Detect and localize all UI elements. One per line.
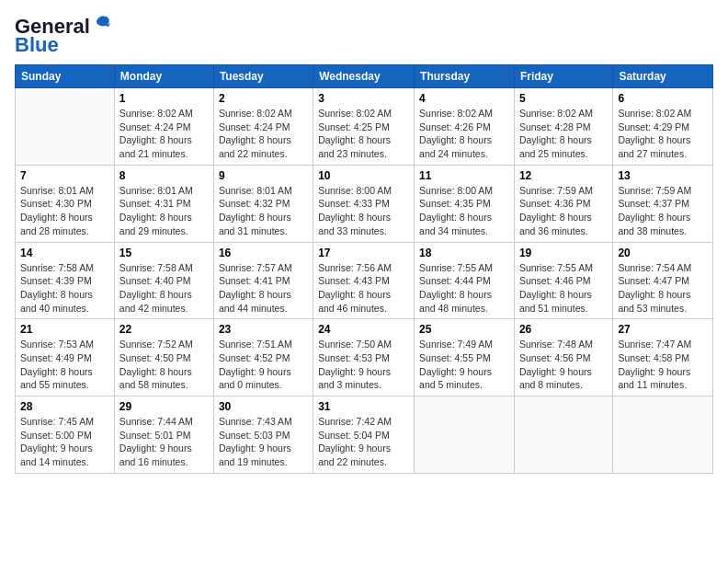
day-number: 25	[419, 323, 509, 336]
day-info: Sunrise: 7:55 AM Sunset: 4:44 PM Dayligh…	[419, 261, 509, 316]
header-sunday: Sunday	[16, 65, 115, 88]
day-info: Sunrise: 7:42 AM Sunset: 5:04 PM Dayligh…	[318, 415, 409, 469]
day-number: 20	[618, 247, 708, 259]
day-info: Sunrise: 7:51 AM Sunset: 4:52 PM Dayligh…	[219, 338, 308, 392]
calendar-cell: 20Sunrise: 7:54 AM Sunset: 4:47 PM Dayli…	[613, 242, 713, 319]
calendar-table: SundayMondayTuesdayWednesdayThursdayFrid…	[15, 64, 713, 474]
day-number: 7	[20, 169, 109, 182]
calendar-cell	[16, 88, 115, 166]
calendar-header-row: SundayMondayTuesdayWednesdayThursdayFrid…	[16, 65, 713, 88]
calendar-cell: 28Sunrise: 7:45 AM Sunset: 5:00 PM Dayli…	[16, 396, 115, 474]
day-number: 13	[618, 169, 708, 182]
day-number: 2	[219, 92, 308, 105]
day-number: 22	[119, 323, 209, 336]
day-info: Sunrise: 8:01 AM Sunset: 4:31 PM Dayligh…	[119, 184, 209, 238]
day-number: 17	[318, 247, 409, 259]
header: General Blue	[15, 15, 713, 57]
day-number: 31	[318, 400, 409, 413]
day-info: Sunrise: 8:02 AM Sunset: 4:28 PM Dayligh…	[519, 107, 608, 161]
calendar-cell: 13Sunrise: 7:59 AM Sunset: 4:37 PM Dayli…	[613, 165, 713, 242]
day-number: 15	[119, 247, 209, 259]
calendar-cell: 16Sunrise: 7:57 AM Sunset: 4:41 PM Dayli…	[213, 242, 313, 319]
calendar-cell: 27Sunrise: 7:47 AM Sunset: 4:58 PM Dayli…	[613, 319, 713, 396]
calendar-cell: 17Sunrise: 7:56 AM Sunset: 4:43 PM Dayli…	[313, 242, 415, 319]
day-number: 27	[618, 323, 708, 336]
day-info: Sunrise: 7:47 AM Sunset: 4:58 PM Dayligh…	[618, 338, 708, 392]
day-info: Sunrise: 8:02 AM Sunset: 4:29 PM Dayligh…	[618, 107, 708, 161]
day-number: 14	[20, 247, 109, 259]
day-info: Sunrise: 7:59 AM Sunset: 4:36 PM Dayligh…	[519, 184, 608, 238]
day-number: 4	[419, 92, 509, 105]
day-number: 28	[20, 400, 109, 413]
day-info: Sunrise: 7:49 AM Sunset: 4:55 PM Dayligh…	[419, 338, 509, 392]
day-info: Sunrise: 7:50 AM Sunset: 4:53 PM Dayligh…	[318, 338, 409, 392]
calendar-cell: 30Sunrise: 7:43 AM Sunset: 5:03 PM Dayli…	[213, 396, 313, 474]
day-info: Sunrise: 8:01 AM Sunset: 4:30 PM Dayligh…	[20, 184, 109, 238]
day-number: 29	[119, 400, 209, 413]
calendar-cell: 25Sunrise: 7:49 AM Sunset: 4:55 PM Dayli…	[415, 319, 515, 396]
calendar-cell	[415, 396, 515, 474]
day-number: 10	[318, 169, 409, 182]
day-number: 23	[219, 323, 308, 336]
day-number: 26	[519, 323, 608, 336]
day-info: Sunrise: 8:00 AM Sunset: 4:33 PM Dayligh…	[318, 184, 409, 238]
calendar-cell: 2Sunrise: 8:02 AM Sunset: 4:24 PM Daylig…	[213, 88, 313, 166]
day-info: Sunrise: 7:53 AM Sunset: 4:49 PM Dayligh…	[20, 338, 109, 392]
day-number: 3	[318, 92, 409, 105]
day-number: 12	[519, 169, 608, 182]
calendar-cell: 24Sunrise: 7:50 AM Sunset: 4:53 PM Dayli…	[313, 319, 415, 396]
day-number: 6	[618, 92, 708, 105]
calendar-cell: 23Sunrise: 7:51 AM Sunset: 4:52 PM Dayli…	[213, 319, 313, 396]
day-number: 9	[219, 169, 308, 182]
day-info: Sunrise: 7:57 AM Sunset: 4:41 PM Dayligh…	[219, 261, 308, 316]
day-number: 1	[119, 92, 209, 105]
calendar-cell	[514, 396, 612, 474]
calendar-cell: 12Sunrise: 7:59 AM Sunset: 4:36 PM Dayli…	[514, 165, 612, 242]
header-friday: Friday	[514, 65, 612, 88]
calendar-week-3: 14Sunrise: 7:58 AM Sunset: 4:39 PM Dayli…	[16, 242, 713, 319]
calendar-cell: 4Sunrise: 8:02 AM Sunset: 4:26 PM Daylig…	[415, 88, 515, 166]
calendar-cell: 18Sunrise: 7:55 AM Sunset: 4:44 PM Dayli…	[415, 242, 515, 319]
day-number: 16	[219, 247, 308, 259]
calendar-cell: 7Sunrise: 8:01 AM Sunset: 4:30 PM Daylig…	[16, 165, 115, 242]
calendar-cell: 5Sunrise: 8:02 AM Sunset: 4:28 PM Daylig…	[514, 88, 612, 166]
day-info: Sunrise: 7:45 AM Sunset: 5:00 PM Dayligh…	[20, 415, 109, 469]
day-info: Sunrise: 8:02 AM Sunset: 4:24 PM Dayligh…	[219, 107, 308, 161]
header-thursday: Thursday	[415, 65, 515, 88]
calendar-cell: 22Sunrise: 7:52 AM Sunset: 4:50 PM Dayli…	[114, 319, 213, 396]
day-info: Sunrise: 7:44 AM Sunset: 5:01 PM Dayligh…	[119, 415, 209, 469]
day-info: Sunrise: 8:01 AM Sunset: 4:32 PM Dayligh…	[219, 184, 308, 238]
calendar-cell: 11Sunrise: 8:00 AM Sunset: 4:35 PM Dayli…	[415, 165, 515, 242]
calendar-cell: 10Sunrise: 8:00 AM Sunset: 4:33 PM Dayli…	[313, 165, 415, 242]
calendar-cell: 15Sunrise: 7:58 AM Sunset: 4:40 PM Dayli…	[114, 242, 213, 319]
day-info: Sunrise: 8:02 AM Sunset: 4:25 PM Dayligh…	[318, 107, 409, 161]
calendar-week-1: 1Sunrise: 8:02 AM Sunset: 4:24 PM Daylig…	[16, 88, 713, 166]
day-info: Sunrise: 8:00 AM Sunset: 4:35 PM Dayligh…	[419, 184, 509, 238]
day-number: 18	[419, 247, 509, 259]
calendar-cell: 19Sunrise: 7:55 AM Sunset: 4:46 PM Dayli…	[514, 242, 612, 319]
header-tuesday: Tuesday	[213, 65, 313, 88]
day-info: Sunrise: 7:43 AM Sunset: 5:03 PM Dayligh…	[219, 415, 308, 469]
day-number: 24	[318, 323, 409, 336]
day-info: Sunrise: 7:58 AM Sunset: 4:40 PM Dayligh…	[119, 261, 209, 316]
logo: General Blue	[15, 15, 112, 57]
header-saturday: Saturday	[613, 65, 713, 88]
day-info: Sunrise: 7:59 AM Sunset: 4:37 PM Dayligh…	[618, 184, 708, 238]
calendar-week-2: 7Sunrise: 8:01 AM Sunset: 4:30 PM Daylig…	[16, 165, 713, 242]
calendar-cell: 21Sunrise: 7:53 AM Sunset: 4:49 PM Dayli…	[16, 319, 115, 396]
calendar-cell: 8Sunrise: 8:01 AM Sunset: 4:31 PM Daylig…	[114, 165, 213, 242]
header-wednesday: Wednesday	[313, 65, 415, 88]
day-info: Sunrise: 7:56 AM Sunset: 4:43 PM Dayligh…	[318, 261, 409, 316]
calendar-cell: 1Sunrise: 8:02 AM Sunset: 4:24 PM Daylig…	[114, 88, 213, 166]
day-number: 5	[519, 92, 608, 105]
calendar-cell: 6Sunrise: 8:02 AM Sunset: 4:29 PM Daylig…	[613, 88, 713, 166]
calendar-cell	[613, 396, 713, 474]
logo-bird-icon	[92, 14, 112, 34]
day-info: Sunrise: 7:52 AM Sunset: 4:50 PM Dayligh…	[119, 338, 209, 392]
day-number: 19	[519, 247, 608, 259]
day-info: Sunrise: 8:02 AM Sunset: 4:26 PM Dayligh…	[419, 107, 509, 161]
page-container: General Blue SundayMondayTuesdayWednesda…	[0, 0, 728, 481]
day-number: 21	[20, 323, 109, 336]
day-number: 8	[119, 169, 209, 182]
calendar-week-4: 21Sunrise: 7:53 AM Sunset: 4:49 PM Dayli…	[16, 319, 713, 396]
